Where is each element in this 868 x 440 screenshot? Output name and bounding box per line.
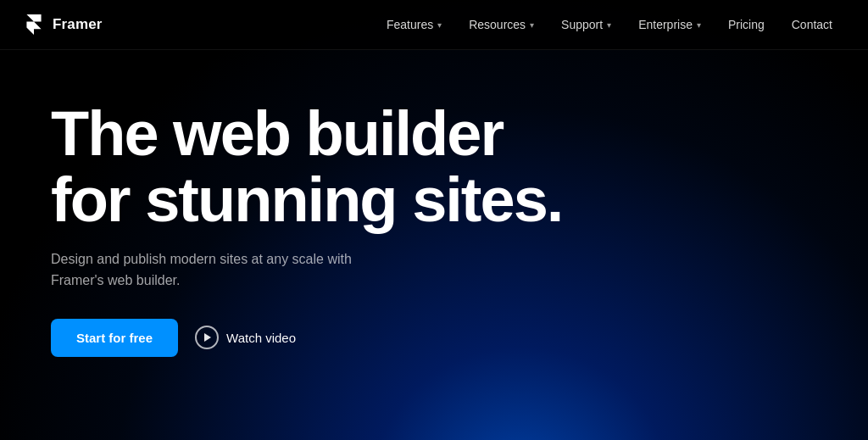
watch-video-button[interactable]: Watch video (195, 326, 296, 349)
nav-menu: Features ▾ Resources ▾ Support ▾ Enterpr… (375, 11, 844, 38)
nav-item-enterprise[interactable]: Enterprise ▾ (626, 11, 713, 38)
navbar: Framer Features ▾ Resources ▾ Support ▾ … (0, 0, 868, 50)
nav-item-pricing[interactable]: Pricing (716, 11, 776, 38)
start-for-free-button[interactable]: Start for free (51, 319, 178, 357)
hero-actions: Start for free Watch video (51, 319, 817, 357)
chevron-down-icon: ▾ (697, 20, 701, 30)
play-icon (195, 326, 219, 349)
chevron-down-icon: ▾ (530, 20, 534, 30)
nav-logo-group: Framer (24, 14, 103, 35)
nav-item-support[interactable]: Support ▾ (549, 11, 623, 38)
hero-subtitle: Design and publish modern sites at any s… (51, 249, 364, 292)
nav-item-features[interactable]: Features ▾ (375, 11, 453, 38)
chevron-down-icon: ▾ (607, 20, 611, 30)
brand-name: Framer (53, 16, 103, 33)
play-triangle-icon (204, 333, 211, 342)
nav-item-contact[interactable]: Contact (780, 11, 844, 38)
framer-logo-icon (24, 14, 44, 35)
nav-item-resources[interactable]: Resources ▾ (457, 11, 546, 38)
hero-section: The web builder for stunning sites. Desi… (0, 50, 868, 440)
chevron-down-icon: ▾ (437, 20, 442, 30)
hero-title: The web builder for stunning sites. (51, 101, 627, 232)
